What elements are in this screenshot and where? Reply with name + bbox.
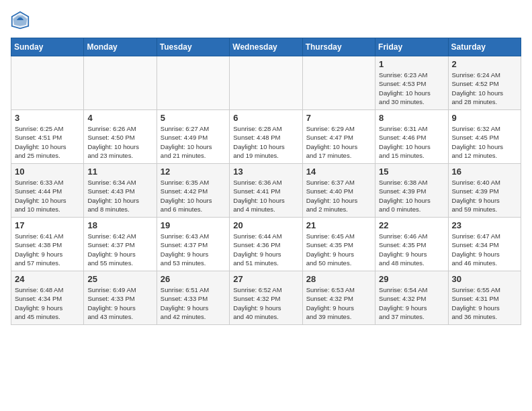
day-number: 30 <box>452 274 517 284</box>
calendar-cell <box>302 56 375 110</box>
calendar-cell: 17Sunrise: 6:41 AM Sunset: 4:38 PM Dayli… <box>11 218 84 271</box>
calendar-cell: 20Sunrise: 6:44 AM Sunset: 4:36 PM Dayli… <box>230 218 302 271</box>
calendar-cell: 15Sunrise: 6:38 AM Sunset: 4:39 PM Dayli… <box>375 164 448 218</box>
calendar-cell: 19Sunrise: 6:43 AM Sunset: 4:37 PM Dayli… <box>157 218 229 271</box>
calendar-cell: 29Sunrise: 6:54 AM Sunset: 4:32 PM Dayli… <box>375 271 448 325</box>
day-number: 14 <box>306 167 371 177</box>
day-info: Sunrise: 6:44 AM Sunset: 4:36 PM Dayligh… <box>233 232 298 267</box>
day-number: 5 <box>161 113 226 123</box>
day-info: Sunrise: 6:55 AM Sunset: 4:31 PM Dayligh… <box>452 285 517 321</box>
calendar-cell: 7Sunrise: 6:29 AM Sunset: 4:47 PM Daylig… <box>302 110 375 164</box>
day-info: Sunrise: 6:25 AM Sunset: 4:51 PM Dayligh… <box>15 124 80 160</box>
calendar-cell: 25Sunrise: 6:49 AM Sunset: 4:33 PM Dayli… <box>84 271 157 325</box>
calendar-cell: 1Sunrise: 6:23 AM Sunset: 4:53 PM Daylig… <box>375 56 448 110</box>
day-number: 21 <box>306 220 371 230</box>
day-number: 20 <box>233 220 298 230</box>
day-number: 1 <box>379 59 444 69</box>
day-number: 8 <box>379 113 444 123</box>
day-info: Sunrise: 6:46 AM Sunset: 4:35 PM Dayligh… <box>379 232 444 267</box>
day-number: 23 <box>452 220 517 230</box>
day-info: Sunrise: 6:43 AM Sunset: 4:37 PM Dayligh… <box>161 232 226 267</box>
day-number: 19 <box>161 220 226 230</box>
calendar-cell: 12Sunrise: 6:35 AM Sunset: 4:42 PM Dayli… <box>157 164 229 218</box>
day-info: Sunrise: 6:23 AM Sunset: 4:53 PM Dayligh… <box>379 71 444 106</box>
day-info: Sunrise: 6:27 AM Sunset: 4:49 PM Dayligh… <box>161 124 226 160</box>
day-info: Sunrise: 6:32 AM Sunset: 4:45 PM Dayligh… <box>452 124 517 160</box>
calendar-cell <box>11 56 84 110</box>
calendar-cell: 16Sunrise: 6:40 AM Sunset: 4:39 PM Dayli… <box>448 164 521 218</box>
calendar-table: SundayMondayTuesdayWednesdayThursdayFrid… <box>11 38 521 325</box>
day-number: 6 <box>233 113 298 123</box>
calendar-cell: 4Sunrise: 6:26 AM Sunset: 4:50 PM Daylig… <box>84 110 157 164</box>
calendar-cell: 10Sunrise: 6:33 AM Sunset: 4:44 PM Dayli… <box>11 164 84 218</box>
calendar-header-row: SundayMondayTuesdayWednesdayThursdayFrid… <box>11 38 521 56</box>
calendar-cell: 9Sunrise: 6:32 AM Sunset: 4:45 PM Daylig… <box>448 110 521 164</box>
day-info: Sunrise: 6:53 AM Sunset: 4:32 PM Dayligh… <box>306 285 371 321</box>
day-info: Sunrise: 6:28 AM Sunset: 4:48 PM Dayligh… <box>233 124 298 160</box>
logo-icon <box>11 11 30 30</box>
calendar-cell: 11Sunrise: 6:34 AM Sunset: 4:43 PM Dayli… <box>84 164 157 218</box>
day-info: Sunrise: 6:41 AM Sunset: 4:38 PM Dayligh… <box>15 232 80 267</box>
day-info: Sunrise: 6:47 AM Sunset: 4:34 PM Dayligh… <box>452 232 517 267</box>
calendar-cell: 3Sunrise: 6:25 AM Sunset: 4:51 PM Daylig… <box>11 110 84 164</box>
day-number: 12 <box>161 167 226 177</box>
logo <box>11 11 32 30</box>
calendar-week-5: 24Sunrise: 6:48 AM Sunset: 4:34 PM Dayli… <box>11 271 521 325</box>
calendar-header-thursday: Thursday <box>302 38 375 56</box>
day-number: 16 <box>452 167 517 177</box>
day-info: Sunrise: 6:40 AM Sunset: 4:39 PM Dayligh… <box>452 178 517 214</box>
day-info: Sunrise: 6:31 AM Sunset: 4:46 PM Dayligh… <box>379 124 444 160</box>
day-info: Sunrise: 6:38 AM Sunset: 4:39 PM Dayligh… <box>379 178 444 214</box>
calendar-cell <box>157 56 229 110</box>
day-number: 27 <box>233 274 298 284</box>
calendar-cell: 26Sunrise: 6:51 AM Sunset: 4:33 PM Dayli… <box>157 271 229 325</box>
day-number: 26 <box>161 274 226 284</box>
day-number: 24 <box>15 274 80 284</box>
day-number: 9 <box>452 113 517 123</box>
day-info: Sunrise: 6:36 AM Sunset: 4:41 PM Dayligh… <box>233 178 298 214</box>
day-info: Sunrise: 6:49 AM Sunset: 4:33 PM Dayligh… <box>87 285 152 321</box>
day-number: 7 <box>306 113 371 123</box>
day-number: 15 <box>379 167 444 177</box>
calendar-cell: 14Sunrise: 6:37 AM Sunset: 4:40 PM Dayli… <box>302 164 375 218</box>
calendar-header-monday: Monday <box>84 38 157 56</box>
calendar-cell <box>84 56 157 110</box>
calendar-cell: 27Sunrise: 6:52 AM Sunset: 4:32 PM Dayli… <box>230 271 302 325</box>
calendar-week-2: 3Sunrise: 6:25 AM Sunset: 4:51 PM Daylig… <box>11 110 521 164</box>
calendar-cell: 6Sunrise: 6:28 AM Sunset: 4:48 PM Daylig… <box>230 110 302 164</box>
day-number: 18 <box>87 220 152 230</box>
day-number: 25 <box>87 274 152 284</box>
day-info: Sunrise: 6:26 AM Sunset: 4:50 PM Dayligh… <box>87 124 152 160</box>
page-header <box>11 11 521 30</box>
day-info: Sunrise: 6:24 AM Sunset: 4:52 PM Dayligh… <box>452 71 517 106</box>
calendar-header-tuesday: Tuesday <box>157 38 229 56</box>
calendar-cell: 8Sunrise: 6:31 AM Sunset: 4:46 PM Daylig… <box>375 110 448 164</box>
calendar-cell: 18Sunrise: 6:42 AM Sunset: 4:37 PM Dayli… <box>84 218 157 271</box>
calendar-cell: 13Sunrise: 6:36 AM Sunset: 4:41 PM Dayli… <box>230 164 302 218</box>
day-info: Sunrise: 6:51 AM Sunset: 4:33 PM Dayligh… <box>161 285 226 321</box>
calendar-cell: 28Sunrise: 6:53 AM Sunset: 4:32 PM Dayli… <box>302 271 375 325</box>
calendar-cell: 2Sunrise: 6:24 AM Sunset: 4:52 PM Daylig… <box>448 56 521 110</box>
calendar-week-3: 10Sunrise: 6:33 AM Sunset: 4:44 PM Dayli… <box>11 164 521 218</box>
day-info: Sunrise: 6:29 AM Sunset: 4:47 PM Dayligh… <box>306 124 371 160</box>
calendar-cell: 30Sunrise: 6:55 AM Sunset: 4:31 PM Dayli… <box>448 271 521 325</box>
day-number: 11 <box>87 167 152 177</box>
day-number: 10 <box>15 167 80 177</box>
day-number: 4 <box>87 113 152 123</box>
calendar-cell: 5Sunrise: 6:27 AM Sunset: 4:49 PM Daylig… <box>157 110 229 164</box>
calendar-week-4: 17Sunrise: 6:41 AM Sunset: 4:38 PM Dayli… <box>11 218 521 271</box>
calendar-header-sunday: Sunday <box>11 38 84 56</box>
calendar-cell: 21Sunrise: 6:45 AM Sunset: 4:35 PM Dayli… <box>302 218 375 271</box>
calendar-cell: 24Sunrise: 6:48 AM Sunset: 4:34 PM Dayli… <box>11 271 84 325</box>
calendar-week-1: 1Sunrise: 6:23 AM Sunset: 4:53 PM Daylig… <box>11 56 521 110</box>
day-info: Sunrise: 6:33 AM Sunset: 4:44 PM Dayligh… <box>15 178 80 214</box>
day-info: Sunrise: 6:45 AM Sunset: 4:35 PM Dayligh… <box>306 232 371 267</box>
day-info: Sunrise: 6:42 AM Sunset: 4:37 PM Dayligh… <box>87 232 152 267</box>
day-info: Sunrise: 6:48 AM Sunset: 4:34 PM Dayligh… <box>15 285 80 321</box>
calendar-header-wednesday: Wednesday <box>230 38 302 56</box>
day-info: Sunrise: 6:37 AM Sunset: 4:40 PM Dayligh… <box>306 178 371 214</box>
calendar-cell: 22Sunrise: 6:46 AM Sunset: 4:35 PM Dayli… <box>375 218 448 271</box>
day-info: Sunrise: 6:34 AM Sunset: 4:43 PM Dayligh… <box>87 178 152 214</box>
day-number: 17 <box>15 220 80 230</box>
day-number: 28 <box>306 274 371 284</box>
